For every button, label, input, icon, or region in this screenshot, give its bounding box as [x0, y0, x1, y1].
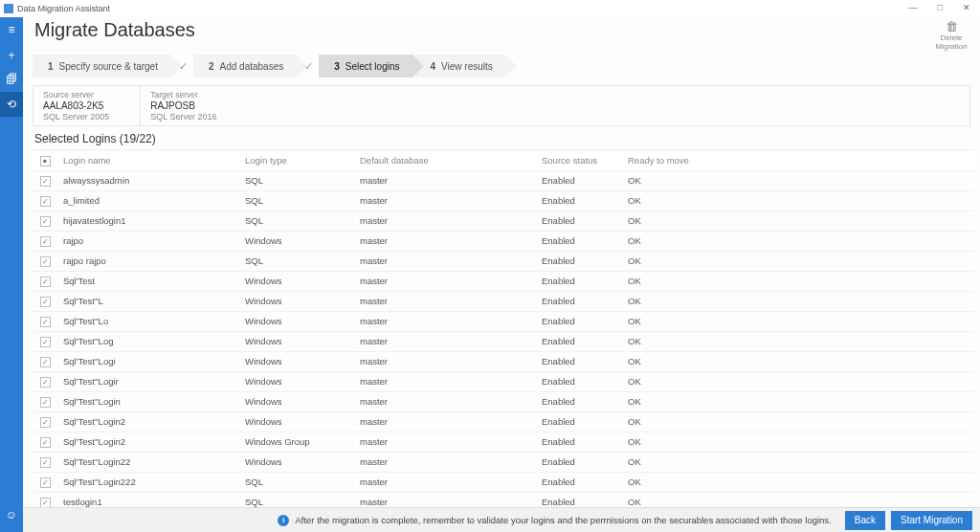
row-checkbox[interactable] — [40, 477, 51, 488]
col-ready[interactable]: Ready to move — [622, 150, 974, 170]
row-checkbox[interactable] — [40, 498, 51, 508]
row-checkbox[interactable] — [40, 357, 51, 367]
row-checkbox[interactable] — [40, 417, 51, 428]
table-row[interactable]: Sql'Test''LogirWindowsmasterEnabledOK — [33, 371, 974, 391]
step-4[interactable]: 4 View results — [415, 55, 506, 78]
logins-table-wrap[interactable]: Login name Login type Default database S… — [33, 149, 974, 507]
cell-login: a_limited — [57, 190, 239, 211]
cell-ready: OK — [622, 311, 974, 331]
table-row[interactable]: Sql'Test''Login22WindowsmasterEnabledOK — [33, 452, 974, 472]
row-checkbox[interactable] — [40, 236, 51, 247]
table-row[interactable]: Sql'Test''LoWindowsmasterEnabledOK — [33, 311, 974, 331]
footer-message: After the migration is complete, remembe… — [295, 515, 831, 525]
cell-type: Windows — [239, 411, 354, 432]
cell-login: hijavatestlogin1 — [57, 211, 239, 231]
sidebar-menu-icon[interactable]: ≡ — [0, 17, 23, 42]
sidebar-assess-icon[interactable]: 🗐 — [0, 67, 23, 92]
row-checkbox[interactable] — [40, 176, 51, 187]
table-row[interactable]: hijavatestlogin1SQLmasterEnabledOK — [33, 211, 974, 231]
table-row[interactable]: rajpoWindowsmasterEnabledOK — [33, 231, 974, 251]
row-checkbox[interactable] — [40, 337, 51, 347]
col-type[interactable]: Login type — [239, 150, 354, 170]
server-info: Source server AALA803-2K5 SQL Server 200… — [33, 85, 970, 126]
sidebar-add-icon[interactable]: ＋ — [0, 42, 23, 67]
cell-ready: OK — [622, 371, 974, 391]
row-checkbox[interactable] — [40, 277, 51, 287]
cell-db: master — [354, 231, 536, 251]
table-row[interactable]: Sql'Test''Login2Windows GroupmasterEnabl… — [33, 432, 974, 452]
start-migration-button[interactable]: Start Migration — [891, 511, 972, 530]
cell-status: Enabled — [536, 271, 622, 291]
table-row[interactable]: a_limitedSQLmasterEnabledOK — [33, 190, 974, 211]
cell-db: master — [354, 271, 536, 291]
cell-type: SQL — [239, 190, 354, 211]
cell-status: Enabled — [536, 492, 622, 507]
cell-db: master — [354, 351, 536, 371]
cell-status: Enabled — [536, 251, 622, 271]
cell-db: master — [354, 432, 536, 452]
source-server-name: AALA803-2K5 — [43, 100, 109, 111]
col-login[interactable]: Login name — [57, 150, 239, 170]
step-3[interactable]: 3 Select logins — [319, 55, 412, 78]
step-2-num: 2 — [209, 61, 214, 72]
table-row[interactable]: alwayssysadminSQLmasterEnabledOK — [33, 170, 974, 190]
table-row[interactable]: Sql'Test''LogWindowsmasterEnabledOK — [33, 331, 974, 351]
table-row[interactable]: Sql'Test''LWindowsmasterEnabledOK — [33, 291, 974, 311]
cell-status: Enabled — [536, 351, 622, 371]
table-row[interactable]: Sql'Test''LoginWindowsmasterEnabledOK — [33, 391, 974, 411]
row-checkbox[interactable] — [40, 397, 51, 408]
col-status[interactable]: Source status — [536, 150, 622, 170]
table-row[interactable]: Sql'Test''Login222SQLmasterEnabledOK — [33, 472, 974, 492]
cell-ready: OK — [622, 291, 974, 311]
row-checkbox[interactable] — [40, 196, 51, 207]
cell-type: Windows — [239, 391, 354, 411]
sidebar-migrate-icon[interactable]: ⟲ — [0, 92, 23, 117]
cell-status: Enabled — [536, 170, 622, 190]
cell-login: Sql'Test''Logi — [57, 351, 239, 371]
info-icon: i — [278, 515, 289, 526]
delete-label-1: Delete — [940, 33, 962, 42]
cell-db: master — [354, 251, 536, 271]
row-checkbox[interactable] — [40, 437, 51, 448]
back-button[interactable]: Back — [845, 511, 885, 530]
table-row[interactable]: Sql'Test''Login2WindowsmasterEnabledOK — [33, 411, 974, 432]
col-db[interactable]: Default database — [354, 150, 536, 170]
row-checkbox[interactable] — [40, 457, 51, 468]
row-checkbox[interactable] — [40, 377, 51, 388]
row-checkbox[interactable] — [40, 216, 51, 227]
step-1[interactable]: 1 Specify source & target — [33, 55, 171, 78]
cell-status: Enabled — [536, 311, 622, 331]
cell-ready: OK — [622, 351, 974, 371]
cell-ready: OK — [622, 452, 974, 472]
cell-type: SQL — [239, 251, 354, 271]
step-2[interactable]: 2 Add databases — [193, 55, 297, 78]
cell-login: alwayssysadmin — [57, 170, 239, 190]
step-4-label: View results — [441, 61, 493, 72]
cell-status: Enabled — [536, 231, 622, 251]
sidebar-settings-icon[interactable]: ☺ — [0, 503, 23, 526]
step-1-num: 1 — [48, 61, 54, 72]
cell-db: master — [354, 211, 536, 231]
target-server-box: Target server RAJPOSB SQL Server 2016 — [141, 86, 247, 125]
table-row[interactable]: Sql'TestWindowsmasterEnabledOK — [33, 271, 974, 291]
header-row: Migrate Databases 🗑 Delete Migration — [23, 17, 980, 51]
cell-type: Windows — [239, 291, 354, 311]
minimize-button[interactable]: — — [900, 0, 926, 15]
table-row[interactable]: testlogin1SQLmasterEnabledOK — [33, 492, 974, 507]
row-checkbox[interactable] — [40, 297, 51, 307]
select-all-checkbox[interactable] — [40, 156, 51, 166]
close-button[interactable]: ✕ — [953, 0, 980, 15]
cell-status: Enabled — [536, 432, 622, 452]
table-row[interactable]: rajpo rajpoSQLmasterEnabledOK — [33, 251, 974, 271]
row-checkbox[interactable] — [40, 317, 51, 327]
table-row[interactable]: Sql'Test''LogiWindowsmasterEnabledOK — [33, 351, 974, 371]
row-checkbox[interactable] — [40, 256, 51, 267]
maximize-button[interactable]: □ — [926, 0, 953, 15]
delete-migration-button[interactable]: 🗑 Delete Migration — [932, 19, 970, 51]
cell-login: Sql'Test''Login22 — [57, 452, 239, 472]
step-2-label: Add databases — [220, 61, 284, 72]
cell-status: Enabled — [536, 371, 622, 391]
cell-login: testlogin1 — [57, 492, 239, 507]
cell-db: master — [354, 472, 536, 492]
cell-ready: OK — [622, 190, 974, 211]
